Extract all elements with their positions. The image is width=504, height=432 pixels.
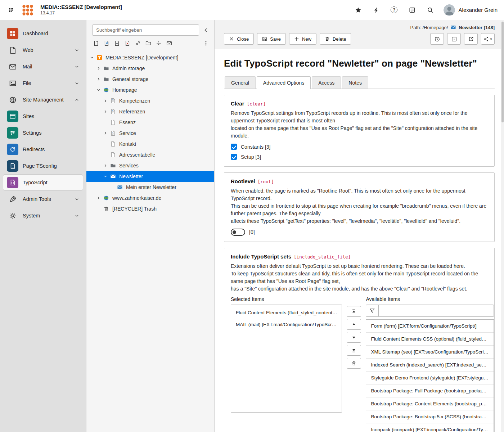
tree-node-essenz[interactable]: Essenz bbox=[86, 117, 214, 128]
tree-node-www-zahmerkaiser-de[interactable]: www.zahmerkaiser.de bbox=[86, 193, 214, 203]
available-item[interactable]: Styleguide Demo Frontend (styleguide) [E… bbox=[366, 372, 494, 384]
available-item[interactable]: Fluid Content Elements CSS (optional) (f… bbox=[366, 333, 494, 346]
bookmark-star-icon[interactable] bbox=[354, 5, 363, 15]
chevron-right-icon[interactable] bbox=[95, 66, 102, 71]
tree-node-service[interactable]: Service bbox=[86, 128, 214, 139]
chevron-down-icon[interactable] bbox=[89, 55, 95, 60]
collapse-panel-icon[interactable] bbox=[201, 25, 211, 36]
available-item[interactable]: Iconpack (iconpack) [EXT:iconpack/Config… bbox=[366, 423, 494, 432]
sidebar-item-page-tsconfig[interactable]: Page TSconfig bbox=[3, 158, 83, 174]
vertical-scrollbar[interactable] bbox=[501, 20, 504, 432]
sidebar-item-settings[interactable]: Settings bbox=[3, 125, 83, 141]
checkbox-checked-icon[interactable] bbox=[231, 154, 237, 160]
recycler-icon bbox=[103, 206, 110, 212]
new-button[interactable]: New bbox=[289, 33, 316, 45]
rootlevel-toggle[interactable] bbox=[231, 229, 245, 236]
checkbox-constants[interactable]: Constants [3] bbox=[231, 144, 488, 150]
open-new-window-icon[interactable] bbox=[464, 33, 478, 45]
tree-node-services[interactable]: Services bbox=[86, 160, 214, 171]
sidebar-item-admin-tools[interactable]: Admin Tools bbox=[3, 191, 83, 207]
save-button[interactable]: Save bbox=[257, 33, 286, 45]
search-icon[interactable] bbox=[426, 5, 435, 15]
sidebar-item-mail[interactable]: Mail bbox=[3, 58, 83, 75]
more-options-icon[interactable] bbox=[202, 39, 210, 47]
system-log-icon[interactable] bbox=[408, 5, 417, 15]
sidebar-item-typoscript[interactable]: TypoScript bbox=[3, 174, 83, 191]
scrollbar-thumb[interactable] bbox=[501, 22, 504, 122]
move-to-bottom-icon[interactable] bbox=[347, 345, 361, 356]
share-menu-icon[interactable]: ▾ bbox=[481, 33, 495, 45]
selected-item[interactable]: MAIL (mail) [EXT:mail/Configuration/Typo… bbox=[231, 319, 342, 330]
tree-search-input[interactable] bbox=[92, 24, 199, 36]
move-down-icon[interactable] bbox=[347, 332, 361, 343]
sidebar-item-site-management[interactable]: Site Management bbox=[3, 91, 83, 108]
new-recycler-icon[interactable] bbox=[123, 39, 131, 47]
spacer-icon[interactable] bbox=[155, 39, 163, 47]
sidebar-item-redirects[interactable]: Redirects bbox=[3, 141, 83, 158]
chevron-right-icon[interactable] bbox=[95, 196, 102, 200]
tree-node-label: Essenz bbox=[119, 120, 136, 125]
sidebar-item-web[interactable]: Web bbox=[3, 42, 83, 58]
sidebar-item-sites[interactable]: Sites bbox=[3, 108, 83, 125]
tree-node-general-storage[interactable]: General storage bbox=[86, 74, 214, 85]
tree-node-homepage[interactable]: Homepage bbox=[86, 85, 214, 95]
checkbox-setup[interactable]: Setup [3] bbox=[231, 154, 488, 160]
remove-item-icon[interactable] bbox=[347, 358, 361, 369]
tab-general[interactable]: General bbox=[225, 76, 256, 89]
sidebar-item-system[interactable]: System bbox=[3, 207, 83, 224]
user-menu[interactable]: Alexander Grein bbox=[444, 4, 498, 16]
chevron-down-icon[interactable] bbox=[95, 88, 102, 92]
chevron-down-icon[interactable] bbox=[102, 174, 109, 179]
delete-button[interactable]: Delete bbox=[320, 33, 351, 45]
available-item[interactable]: Form (form) [EXT:form/Configuration/Typo… bbox=[366, 320, 494, 333]
help-icon[interactable] bbox=[390, 5, 399, 15]
filter-funnel-icon[interactable] bbox=[366, 305, 379, 317]
available-items-list[interactable]: Form (form) [EXT:form/Configuration/Typo… bbox=[366, 319, 494, 432]
record-label[interactable]: Newsletter [148] bbox=[459, 25, 495, 30]
tree-node-media-essenz-development[interactable]: MEDIA::ESSENZ [Development] bbox=[86, 52, 214, 63]
history-undo-icon[interactable] bbox=[430, 33, 444, 45]
link-icon[interactable] bbox=[134, 39, 142, 47]
tree-node-newsletter[interactable]: Newsletter bbox=[86, 171, 214, 182]
tree-node-kompetenzen[interactable]: Kompetenzen bbox=[86, 95, 214, 106]
available-item[interactable]: Bootstrap Package: Full Package (bootstr… bbox=[366, 384, 494, 397]
available-items-filter-input[interactable] bbox=[379, 305, 494, 317]
move-up-icon[interactable] bbox=[347, 319, 361, 330]
close-button[interactable]: Close bbox=[224, 33, 254, 45]
flush-cache-bolt-icon[interactable] bbox=[372, 5, 381, 15]
available-item[interactable]: Bootstrap Package: Bootstrap 5.x (SCSS) … bbox=[366, 410, 494, 423]
tree-node-referenzen[interactable]: Referenzen bbox=[86, 106, 214, 117]
checkbox-checked-icon[interactable] bbox=[231, 144, 237, 150]
chevron-right-icon[interactable] bbox=[102, 163, 109, 168]
tree-node-admin-storage[interactable]: Admin storage bbox=[86, 63, 214, 74]
new-shortcut-icon[interactable] bbox=[103, 39, 111, 47]
available-item[interactable]: Indexed Search (indexed_search) [EXT:ind… bbox=[366, 359, 494, 372]
new-newsletter-icon[interactable] bbox=[165, 39, 173, 47]
available-item[interactable]: Bootstrap Package: Content Elements (boo… bbox=[366, 397, 494, 410]
selected-items-list[interactable]: Fluid Content Elements (fluid_styled_con… bbox=[231, 305, 342, 413]
app-grid-icon[interactable] bbox=[6, 5, 16, 15]
new-folder-icon[interactable] bbox=[144, 39, 152, 47]
move-to-top-icon[interactable] bbox=[347, 306, 361, 317]
tree-node-recycler-trash[interactable]: [RECYCLER] Trash bbox=[86, 203, 214, 214]
new-page-icon[interactable] bbox=[92, 39, 100, 47]
tree-node-kontakt[interactable]: Kontakt bbox=[86, 139, 214, 149]
chevron-right-icon[interactable] bbox=[102, 131, 109, 135]
tab-advanced-options[interactable]: Advanced Options bbox=[257, 76, 311, 89]
tree-node-mein-erster-newsletter[interactable]: Mein erster Newsletter bbox=[86, 182, 214, 193]
new-mount-icon[interactable] bbox=[113, 39, 121, 47]
chevron-right-icon[interactable] bbox=[102, 99, 109, 103]
tab-access[interactable]: Access bbox=[312, 76, 341, 89]
sidebar-item-file[interactable]: File bbox=[3, 75, 83, 91]
tab-notes[interactable]: Notes bbox=[342, 76, 368, 89]
sidebar-item-dashboard[interactable]: Dashboard bbox=[3, 25, 83, 42]
chevron-right-icon[interactable] bbox=[95, 77, 102, 81]
tree-node-adressentabelle[interactable]: Adressentabelle bbox=[86, 149, 214, 160]
info-icon[interactable] bbox=[447, 33, 461, 45]
selected-item[interactable]: Fluid Content Elements (fluid_styled_con… bbox=[231, 307, 342, 319]
available-item[interactable]: XML Sitemap (seo) [EXT:seo/Configuration… bbox=[366, 346, 494, 359]
doc-header: Path: /Homepage/ Newsletter [148] Close … bbox=[215, 20, 504, 49]
chevron-right-icon[interactable] bbox=[102, 109, 109, 114]
page-icon bbox=[109, 120, 117, 125]
section-description: When enabled, the page is marked as "Roo… bbox=[231, 187, 488, 225]
